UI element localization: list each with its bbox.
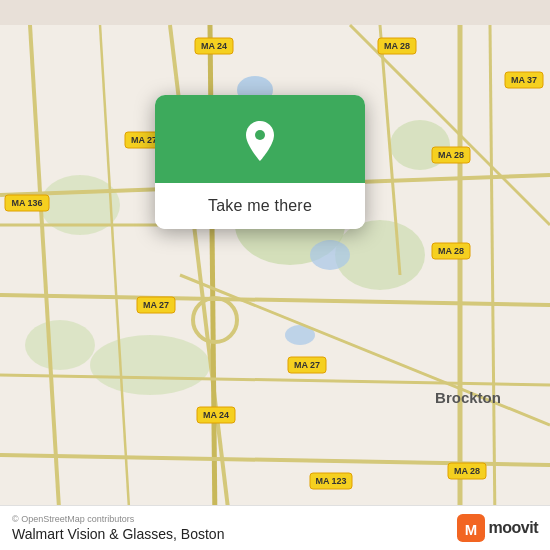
svg-text:MA 136: MA 136: [11, 198, 42, 208]
svg-text:Brockton: Brockton: [435, 389, 501, 406]
svg-text:MA 123: MA 123: [315, 476, 346, 486]
svg-text:MA 28: MA 28: [438, 246, 464, 256]
bottom-left-info: © OpenStreetMap contributors Walmart Vis…: [12, 514, 224, 542]
svg-point-6: [25, 320, 95, 370]
svg-text:MA 27: MA 27: [143, 300, 169, 310]
svg-text:MA 27: MA 27: [294, 360, 320, 370]
map-container: MA 24 MA 28 MA 37 MA 27 MA 28 MA 136 MA …: [0, 0, 550, 550]
bottom-bar: © OpenStreetMap contributors Walmart Vis…: [0, 505, 550, 550]
copyright-text: © OpenStreetMap contributors: [12, 514, 224, 524]
moovit-logo: M moovit: [457, 514, 538, 542]
svg-text:MA 28: MA 28: [384, 41, 410, 51]
location-pin-icon: [236, 117, 284, 165]
moovit-icon: M: [457, 514, 485, 542]
svg-text:MA 28: MA 28: [438, 150, 464, 160]
svg-point-4: [90, 335, 210, 395]
svg-text:M: M: [464, 521, 476, 538]
popup-card: Take me there: [155, 95, 365, 229]
svg-text:MA 24: MA 24: [201, 41, 227, 51]
svg-point-9: [310, 240, 350, 270]
map-background: MA 24 MA 28 MA 37 MA 27 MA 28 MA 136 MA …: [0, 0, 550, 550]
svg-text:MA 24: MA 24: [203, 410, 229, 420]
svg-text:MA 28: MA 28: [454, 466, 480, 476]
location-name: Walmart Vision & Glasses, Boston: [12, 526, 224, 542]
svg-text:MA 37: MA 37: [511, 75, 537, 85]
take-me-there-button[interactable]: Take me there: [155, 183, 365, 229]
svg-point-51: [255, 130, 265, 140]
popup-green-area: [155, 95, 365, 183]
svg-text:MA 27: MA 27: [131, 135, 157, 145]
moovit-text: moovit: [489, 519, 538, 537]
